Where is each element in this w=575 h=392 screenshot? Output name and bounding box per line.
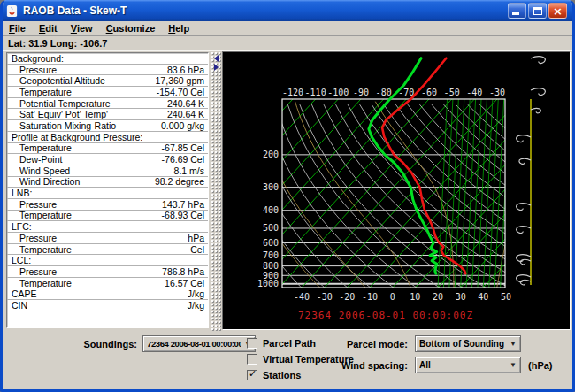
- row-label: Pressure: [19, 65, 57, 75]
- dropdown-arrow-icon: ▼: [510, 361, 517, 369]
- hpa-unit-label: (hPa): [528, 360, 553, 371]
- expand-right-arrow-icon[interactable]: [214, 64, 218, 71]
- parcel-mode-value: Bottom of Sounding: [419, 339, 504, 349]
- row-label: Temperature: [19, 142, 72, 153]
- skewt-chart[interactable]: -120-110-100-90-80-70-60-50-40-30-40-30-…: [222, 51, 570, 329]
- svg-text:72364 2006-08-01 00:00:00Z: 72364 2006-08-01 00:00:00Z: [298, 310, 473, 321]
- row-value: Cel: [190, 244, 204, 255]
- row-label: Profile at Background Pressure:: [12, 132, 142, 142]
- row-label: LFC:: [12, 221, 32, 232]
- soundings-dropdown[interactable]: 72364 2006-08-01 00:00:00Z ▼: [142, 335, 256, 352]
- lat-long-label: Lat: 31.9 Long: -106.7: [8, 38, 107, 49]
- svg-text:300: 300: [263, 182, 279, 192]
- checked-checkbox-icon[interactable]: ✓: [247, 370, 257, 380]
- menu-bar: FileEditViewCustomizeHelp: [3, 21, 572, 36]
- row-label: Pressure: [19, 233, 57, 243]
- table-row: Background:: [7, 53, 208, 65]
- svg-text:800: 800: [263, 261, 279, 271]
- title-bar[interactable]: RAOB Data - Skew-T ×: [0, 0, 575, 21]
- checkmark-icon: ✓: [249, 368, 257, 380]
- row-label: Temperature: [19, 87, 72, 97]
- row-value: -154.70 Cel: [157, 87, 204, 97]
- svg-text:700: 700: [263, 250, 279, 260]
- table-row: Saturation Mixing-Ratio0.000 g/kg: [7, 120, 208, 132]
- unchecked-checkbox-icon[interactable]: ✓: [247, 354, 257, 365]
- table-row: Pressure83.6 hPa: [7, 65, 208, 76]
- row-value: 240.64 K: [167, 109, 204, 119]
- skewt-svg: -120-110-100-90-80-70-60-50-40-30-40-30-…: [222, 51, 570, 329]
- table-row: LCL:: [7, 255, 208, 266]
- menu-item-help[interactable]: Help: [168, 23, 189, 34]
- parcel-mode-dropdown[interactable]: Bottom of Sounding ▼: [415, 335, 521, 352]
- row-label: Temperature: [19, 244, 72, 255]
- app-window: RAOB Data - Skew-T × FileEditViewCustomi…: [0, 0, 575, 392]
- row-label: Potential Temperature: [19, 98, 111, 109]
- table-row: Dew-Point-76.69 Cel: [7, 154, 208, 165]
- table-row: CAPEJ/kg: [7, 288, 208, 300]
- table-row: PressurehPa: [7, 233, 208, 244]
- maximize-button[interactable]: [528, 3, 547, 19]
- svg-text:600: 600: [263, 238, 279, 248]
- collapse-left-arrow-icon[interactable]: [214, 55, 218, 62]
- menu-item-edit[interactable]: Edit: [39, 23, 58, 34]
- table-row: Wind Direction98.2 degree: [7, 177, 208, 188]
- menu-item-customize[interactable]: Customize: [106, 23, 156, 34]
- row-value: -68.93 Cel: [162, 210, 204, 220]
- menu-item-view[interactable]: View: [71, 23, 93, 34]
- close-button[interactable]: ×: [548, 3, 567, 19]
- checkbox-stations[interactable]: ✓Stations: [247, 369, 301, 381]
- java-app-icon: [5, 4, 19, 18]
- maximize-icon: [533, 7, 542, 15]
- svg-text:-80: -80: [376, 88, 392, 97]
- row-label: CAPE: [12, 288, 37, 299]
- svg-text:400: 400: [263, 205, 279, 215]
- table-row: TemperatureCel: [7, 244, 208, 256]
- svg-text:-10: -10: [362, 292, 378, 302]
- minimize-button[interactable]: [508, 3, 526, 19]
- row-label: LCL:: [12, 255, 31, 265]
- table-row: Temperature-67.85 Cel: [7, 143, 208, 155]
- table-row: Temperature-68.93 Cel: [7, 211, 208, 222]
- unchecked-checkbox-icon[interactable]: ✓: [247, 338, 257, 349]
- row-label: CIN: [12, 300, 27, 311]
- row-value: -76.69 Cel: [162, 154, 204, 165]
- wind-spacing-value: All: [419, 360, 431, 370]
- svg-text:200: 200: [263, 150, 279, 159]
- svg-text:30: 30: [456, 292, 466, 302]
- svg-text:-30: -30: [317, 292, 333, 302]
- minimize-icon: [512, 12, 519, 15]
- table-row: Temperature16.57 Cel: [7, 278, 208, 289]
- row-value: 786.8 hPa: [162, 266, 204, 277]
- soundings-value: 72364 2006-08-01 00:00:00Z: [147, 339, 242, 349]
- table-row: Sat' Equiv' Pot' Temp'240.64 K: [7, 109, 208, 120]
- svg-text:-90: -90: [353, 88, 369, 97]
- checkbox-parcel-path[interactable]: ✓Parcel Path: [247, 337, 316, 350]
- row-label: Temperature: [19, 278, 72, 288]
- row-value: 98.2 degree: [155, 176, 204, 187]
- wind-spacing-dropdown[interactable]: All ▼: [415, 357, 521, 373]
- row-label: Temperature: [19, 210, 72, 220]
- svg-text:-60: -60: [421, 88, 437, 97]
- row-value: J/kg: [188, 288, 204, 299]
- row-value: 0.000 g/kg: [161, 120, 204, 131]
- svg-text:-50: -50: [444, 88, 460, 97]
- row-label: Geopotential Altitude: [19, 75, 105, 86]
- table-row: LNB:: [7, 188, 208, 199]
- svg-text:50: 50: [501, 292, 511, 302]
- table-row: Wind Speed8.1 m/s: [7, 165, 208, 177]
- row-value: 16.57 Cel: [165, 278, 204, 288]
- row-label: Wind Speed: [19, 165, 70, 176]
- window-controls: ×: [508, 3, 567, 19]
- close-icon: ×: [549, 4, 566, 18]
- table-row: CINJ/kg: [7, 300, 208, 311]
- menu-item-file[interactable]: File: [9, 23, 26, 34]
- split-pane-divider[interactable]: [211, 51, 221, 331]
- wind-spacing-label: Wind spacing:: [337, 360, 408, 371]
- row-value: 83.6 hPa: [167, 65, 204, 75]
- svg-text:20: 20: [433, 292, 443, 302]
- svg-text:-100: -100: [327, 88, 349, 97]
- soundings-label: Soundings:: [56, 339, 137, 350]
- row-value: hPa: [188, 233, 204, 243]
- status-bar: Lat: 31.9 Long: -106.7: [3, 37, 572, 50]
- row-value: 143.7 hPa: [162, 199, 204, 210]
